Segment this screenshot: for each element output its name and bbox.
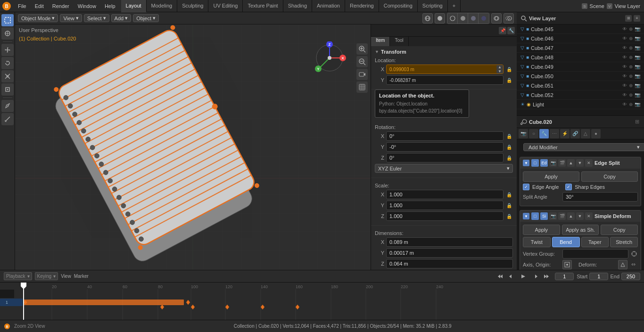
mod1-sharp-edges-checkbox[interactable]: ✓ <box>565 184 572 190</box>
rot-z-lock-icon[interactable]: 🔒 <box>505 154 513 162</box>
outliner-item-3-cursor[interactable]: ⊕ <box>629 55 633 60</box>
prop-icon-object[interactable]: ○ <box>529 129 538 138</box>
mod1-down-icon[interactable]: ▼ <box>576 159 584 167</box>
scale-z-input[interactable]: 1.000 <box>386 211 504 221</box>
outliner-item-1-cursor[interactable]: ⊕ <box>629 36 633 41</box>
tab-uv-editing[interactable]: UV Editing <box>208 0 243 12</box>
tab-layout[interactable]: Layout <box>121 0 147 12</box>
view-menu[interactable]: View <box>61 274 71 279</box>
timeline-frame-start[interactable]: 1 <box>589 273 608 280</box>
rendered-btn[interactable] <box>479 13 489 24</box>
tab-shading[interactable]: Shading <box>283 0 312 12</box>
mod2-tab-stretch[interactable]: Stretch <box>610 237 638 247</box>
mod2-copy-btn[interactable]: Copy <box>601 225 638 235</box>
mod2-up-icon[interactable]: ▲ <box>567 212 575 220</box>
mod1-edit-icon[interactable]: Ed <box>540 159 548 167</box>
mod2-tab-taper[interactable]: Taper <box>581 237 609 247</box>
outliner-item-5-eye[interactable]: 👁 <box>622 73 627 79</box>
location-y-input[interactable]: -0.068287 m <box>386 75 504 85</box>
outliner-item-4-eye[interactable]: 👁 <box>622 64 627 69</box>
loc-x-up-btn[interactable]: ▲ <box>496 65 503 69</box>
outliner-item-0-eye[interactable]: 👁 <box>622 26 627 32</box>
prop-icon-physics[interactable]: ⚡ <box>560 129 570 138</box>
outliner-item-7-eye[interactable]: 👁 <box>622 92 627 97</box>
tab-item[interactable]: Item <box>371 37 390 46</box>
prop-icon-render[interactable]: 📷 <box>519 129 528 138</box>
dim-z-input[interactable]: 0.064 m <box>386 259 513 268</box>
blender-logo-icon[interactable]: B <box>2 1 11 11</box>
global-space-btn[interactable] <box>422 13 433 24</box>
rot-x-lock-icon[interactable]: 🔒 <box>505 132 513 140</box>
tab-animation[interactable]: Animation <box>312 0 345 12</box>
outliner-view-btn[interactable]: ≡ <box>634 15 640 22</box>
mod2-deform-expand-icon[interactable]: ⇔ <box>631 261 638 268</box>
playback-dropdown[interactable]: Playback ▾ <box>4 272 32 280</box>
outliner-item-7[interactable]: ▽ ■ Cube.052 👁 ⊕ 📷 <box>517 90 644 100</box>
menu-render[interactable]: Render <box>49 2 73 10</box>
solid-btn[interactable] <box>458 13 468 24</box>
camera-view-btn[interactable] <box>356 69 368 80</box>
outliner-item-6-cursor[interactable]: ⊕ <box>629 83 633 88</box>
rot-y-lock-icon[interactable]: 🔒 <box>505 143 513 151</box>
cursor-tool-btn[interactable] <box>1 27 14 40</box>
prop-icon-material[interactable]: ● <box>591 129 601 138</box>
mod2-realtime-icon[interactable]: □ <box>531 212 539 220</box>
mod1-up-icon[interactable]: ▲ <box>567 159 575 167</box>
measure-tool-btn[interactable] <box>1 113 14 125</box>
loc-x-dn-btn[interactable]: ▼ <box>496 69 503 73</box>
annotate-tool-btn[interactable] <box>1 100 14 112</box>
timeline-keyframe-prev-btn[interactable] <box>495 271 505 282</box>
tab-texture-paint[interactable]: Texture Paint <box>243 0 283 12</box>
tab-rendering[interactable]: Rendering <box>345 0 379 12</box>
viewport-shading-solid[interactable] <box>435 13 445 24</box>
keying-dropdown[interactable]: Keying ▾ <box>35 272 58 280</box>
mod2-down-icon[interactable]: ▼ <box>576 212 584 220</box>
mod2-vertex-group-input[interactable] <box>562 249 628 259</box>
object-menu[interactable]: Object ▾ <box>133 14 159 22</box>
scale-tool-btn[interactable] <box>1 70 14 82</box>
scale-z-lock-icon[interactable]: 🔒 <box>505 212 513 220</box>
outliner-item-1-eye[interactable]: 👁 <box>622 36 627 41</box>
mod2-tab-bend[interactable]: Bend <box>552 237 580 247</box>
move-tool-btn[interactable] <box>1 44 14 56</box>
zoom-in-btn[interactable] <box>356 43 368 55</box>
timeline-prev-frame-btn[interactable] <box>506 271 517 282</box>
outliner-item-0[interactable]: ▽ ■ Cube.045 👁 ⊕ 📷 <box>517 24 644 34</box>
properties-expand-btn[interactable]: ⊞ <box>634 119 640 125</box>
outliner-item-0-cursor[interactable]: ⊕ <box>629 26 633 32</box>
mod2-tab-twist[interactable]: Twist <box>523 237 551 247</box>
transform-tool-btn[interactable] <box>1 83 14 96</box>
prop-icon-particles[interactable]: ⋯ <box>550 129 559 138</box>
rotation-y-input[interactable]: -0° <box>386 142 504 152</box>
rotation-mode-select[interactable]: XYZ Euler ▾ <box>375 164 513 173</box>
outliner-item-8-eye[interactable]: 👁 <box>622 102 627 107</box>
mod1-edge-angle-checkbox[interactable]: ✓ <box>523 184 529 190</box>
mod2-apply-shape-btn[interactable]: Apply as Sh. <box>562 225 599 235</box>
tab-compositing[interactable]: Compositing <box>379 0 418 12</box>
outliner-item-8-render[interactable]: 📷 <box>635 102 640 107</box>
timeline-play-btn[interactable] <box>518 271 528 282</box>
mod1-realtime-icon[interactable]: □ <box>531 159 539 167</box>
scale-x-input[interactable]: 1.000 <box>386 190 504 199</box>
select-menu[interactable]: Select ▾ <box>84 14 109 22</box>
add-menu[interactable]: Add ▾ <box>111 14 132 22</box>
prop-icon-constraints[interactable]: 🔗 <box>570 129 580 138</box>
outliner-item-2-eye[interactable]: 👁 <box>622 45 627 50</box>
eyedropper-icon[interactable] <box>630 250 638 258</box>
view-menu[interactable]: View ▾ <box>60 14 82 22</box>
outliner-item-1[interactable]: ▽ ■ Cube.046 👁 ⊕ 📷 <box>517 34 644 43</box>
tab-add-workspace[interactable]: + <box>448 0 461 12</box>
outliner-item-2[interactable]: ▽ ■ Cube.047 👁 ⊕ 📷 <box>517 43 644 53</box>
mod2-close-icon[interactable]: ✕ <box>585 212 593 220</box>
mod1-split-angle-input[interactable]: 30° <box>562 192 638 202</box>
outliner-item-7-cursor[interactable]: ⊕ <box>629 92 633 97</box>
outliner-item-8-cursor[interactable]: ⊕ <box>629 102 633 107</box>
mod1-render-icon[interactable]: 📷 <box>549 159 557 167</box>
outliner-item-3-eye[interactable]: 👁 <box>622 55 627 60</box>
outliner-filter-btn[interactable]: ⊞ <box>625 15 632 22</box>
tab-modeling[interactable]: Modeling <box>147 0 178 12</box>
menu-help[interactable]: Help <box>101 2 119 10</box>
pin-icon[interactable]: 📌 <box>499 27 506 34</box>
menu-window[interactable]: Window <box>74 2 100 10</box>
scale-x-lock-icon[interactable]: 🔒 <box>505 191 513 198</box>
